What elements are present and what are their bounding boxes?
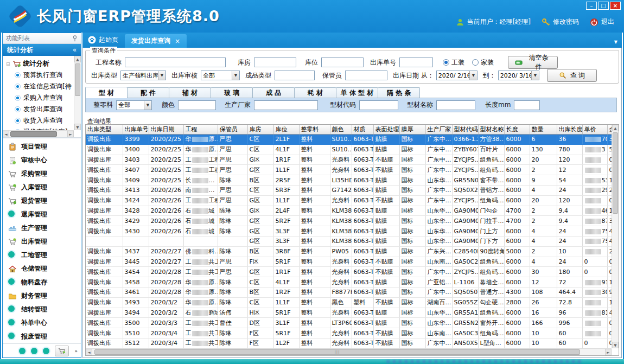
- sidebar-item-仓储管理[interactable]: 仓储管理: [3, 262, 81, 276]
- table-row[interactable]: 调拨出库35002020/3/3工共工程曹佳D区3L1F整料LT3P606063…: [86, 318, 612, 328]
- scroll-thumb[interactable]: |||: [94, 349, 580, 355]
- table-row[interactable]: 调拨出库34072020/2/25工工程严思G区1L1F整料光身料6063-T5…: [86, 165, 612, 175]
- scroll-down-icon[interactable]: ▼: [612, 342, 619, 348]
- out-type-select[interactable]: 生产领料出库 ▼: [120, 71, 166, 80]
- table-row[interactable]: 调拨出库34092020/2/25长…陈琳B区2R5F整料LI35HD6063-…: [86, 175, 612, 186]
- scroll-down-icon[interactable]: ▼: [74, 124, 81, 130]
- date-to-select[interactable]: 2020/ 3/16 ▼: [498, 71, 539, 80]
- overflow-item-icon[interactable]: [19, 348, 26, 354]
- pin-icon[interactable]: [72, 35, 78, 42]
- column-header[interactable]: 颜色: [330, 125, 352, 135]
- scroll-left-icon[interactable]: ◄: [3, 131, 9, 137]
- column-header[interactable]: 生产厂家: [425, 125, 452, 135]
- scroll-thumb[interactable]: [613, 132, 618, 214]
- tree-vertical-scrollbar[interactable]: ▲ ▼: [74, 56, 81, 130]
- sidebar-item-入库管理[interactable]: 入库管理: [3, 181, 81, 194]
- scroll-thumb[interactable]: [75, 63, 80, 96]
- sidebar-item-出库管理[interactable]: 出库管理: [3, 235, 81, 248]
- material-tab[interactable]: 配 件: [127, 87, 169, 98]
- nav-group-header[interactable]: 统计分析 «: [3, 44, 81, 56]
- profile-code-input[interactable]: [359, 100, 398, 110]
- scroll-thumb[interactable]: [10, 131, 57, 137]
- overflow-item-icon[interactable]: [31, 348, 37, 354]
- table-row[interactable]: 调拨出库33992020/2/25华原…严思C区2L1F整料SU10…6063-…: [86, 135, 612, 145]
- column-header[interactable]: 型材名称: [478, 125, 504, 135]
- logout-link[interactable]: 退出: [590, 17, 614, 27]
- tree-item[interactable]: 预算执行查询: [6, 69, 73, 81]
- minimize-button[interactable]: –: [586, 2, 597, 10]
- scroll-right-icon[interactable]: ►: [67, 131, 74, 137]
- sidebar-item-工地管理[interactable]: 工地管理: [3, 248, 81, 262]
- table-row[interactable]: 调拨出库34302020/2/26石城陈琳G区3L3F整料KLM38176063…: [86, 226, 612, 237]
- sidebar-item-结转管理[interactable]: 结转管理: [3, 303, 81, 316]
- tree-root[interactable]: ⊟ 统计分析: [6, 58, 73, 69]
- grid-horizontal-scrollbar[interactable]: ◄ ||| ►: [86, 348, 612, 355]
- tree-item[interactable]: 退库管理[待定]: [6, 138, 73, 138]
- material-tab[interactable]: 耗 材: [294, 87, 336, 98]
- scroll-right-icon[interactable]: ►: [605, 349, 612, 355]
- radio-work-wear[interactable]: 工装: [443, 58, 464, 67]
- column-header[interactable]: 库房: [247, 125, 273, 135]
- table-row[interactable]: 调拨出库34932020/3/2华原…陈琳C区1L1F整料黑色塑料不贴膜国标湖南…: [86, 297, 612, 308]
- table-row[interactable]: 调拨出库34282020/2/26石城陈琳G区2L4F整料KLM38176063…: [86, 206, 612, 216]
- column-header[interactable]: 型材代码: [452, 125, 478, 135]
- overflow-item-icon[interactable]: [43, 348, 49, 354]
- tree-item[interactable]: 发货出库查询: [6, 104, 73, 115]
- profile-name-input[interactable]: [436, 100, 475, 110]
- sidebar-item-财务管理[interactable]: 财务管理: [3, 289, 81, 303]
- column-header[interactable]: 材质: [352, 125, 373, 135]
- order-no-input[interactable]: [399, 58, 433, 67]
- material-tab[interactable]: 辅 材: [169, 87, 211, 98]
- column-header[interactable]: 金额: [607, 125, 612, 135]
- sidebar-item-物料盘存[interactable]: 物料盘存: [3, 276, 81, 289]
- column-header[interactable]: 保管员: [218, 125, 247, 135]
- project-name-input[interactable]: [125, 58, 226, 67]
- collapse-icon[interactable]: «: [73, 46, 77, 54]
- maximize-button[interactable]: □: [598, 2, 609, 10]
- column-header[interactable]: 膜厚: [399, 125, 425, 135]
- column-header[interactable]: 库位: [273, 125, 299, 135]
- column-header[interactable]: 出库类型: [86, 125, 123, 135]
- table-row[interactable]: 调拨出库35122020/3/4工共工程陈琳F区1L2F整料光身料6063-T5…: [86, 338, 612, 348]
- overflow-cart-button[interactable]: [55, 346, 69, 356]
- location-input[interactable]: [321, 58, 364, 67]
- date-from-select[interactable]: 2020/ 2/16 ▼: [436, 71, 477, 80]
- table-row[interactable]: 调拨出库34612020/2/28华原…陈琳B区1R2F整料F8877FT606…: [86, 287, 612, 297]
- sidebar-item-退库管理[interactable]: 退库管理: [3, 208, 81, 221]
- length-input[interactable]: [514, 100, 540, 110]
- table-row[interactable]: 调拨出库34542020/2/28工共工程严思G区1R1F整料光身料6063-T…: [86, 267, 612, 277]
- scroll-up-icon[interactable]: ▲: [612, 125, 619, 131]
- table-row[interactable]: 调拨出库34292020/2/26石城陈琳G区5R2F整料KLM38176063…: [86, 216, 612, 226]
- column-header[interactable]: 出库日期: [149, 125, 183, 135]
- product-type-input[interactable]: [275, 71, 315, 80]
- column-header[interactable]: 数量: [530, 125, 557, 135]
- table-row[interactable]: 调拨出库34942020/3/2石辉城汤伟H区5R1F整料光身料6063-T5贴…: [86, 308, 612, 318]
- column-header[interactable]: 工程: [183, 125, 218, 135]
- factory-input[interactable]: [254, 100, 318, 110]
- material-tab[interactable]: 玻 璃: [211, 87, 253, 98]
- whole-part-select[interactable]: 全部 ▼: [116, 100, 152, 110]
- column-header[interactable]: 出库长度: [557, 125, 582, 135]
- sidebar-item-采购管理[interactable]: 采购管理: [3, 167, 81, 181]
- column-header[interactable]: 表面处理: [373, 125, 399, 135]
- table-row[interactable]: 调拨出库34452020/2/27工共工程严思F区5R1F整料光身料6063-T…: [86, 257, 612, 267]
- sidebar-item-审核中心[interactable]: 审核中心: [3, 154, 81, 167]
- sidebar-item-补单中心[interactable]: 补单中心: [3, 316, 81, 330]
- table-row[interactable]: 调拨出库34032020/2/25工工程严思G区1R1F整料光身料6063-T5…: [86, 155, 612, 165]
- sidebar-item-生产管理[interactable]: 生产管理: [3, 221, 81, 235]
- tree-item[interactable]: 在途信息查询[待: [6, 81, 73, 92]
- more-panels-icon[interactable]: »: [74, 348, 78, 354]
- tree-item[interactable]: 收货入库查询: [6, 115, 73, 126]
- tab-close-icon[interactable]: ×: [175, 37, 180, 45]
- tree-expander-icon[interactable]: ⊟: [6, 61, 10, 67]
- change-password-link[interactable]: 修改密码: [542, 17, 579, 27]
- clear-conditions-button[interactable]: 清空条件: [508, 56, 558, 69]
- table-row[interactable]: 调拨出库34132020/2/26南…严思C区5R3F整料G714226063-…: [86, 185, 612, 195]
- tree-horizontal-scrollbar[interactable]: ◄ ►: [3, 130, 74, 137]
- tree-item[interactable]: 采购入库查询: [6, 92, 73, 104]
- table-row[interactable]: 调拨出库34002020/2/25华原…严思C区4L1F整料SU10…6063-…: [86, 144, 612, 155]
- tab-active[interactable]: 发货出库查询 ×: [125, 34, 187, 48]
- column-header[interactable]: 整零料: [299, 125, 330, 135]
- tab-home[interactable]: 起始页: [82, 35, 125, 48]
- column-header[interactable]: 单价: [582, 125, 607, 135]
